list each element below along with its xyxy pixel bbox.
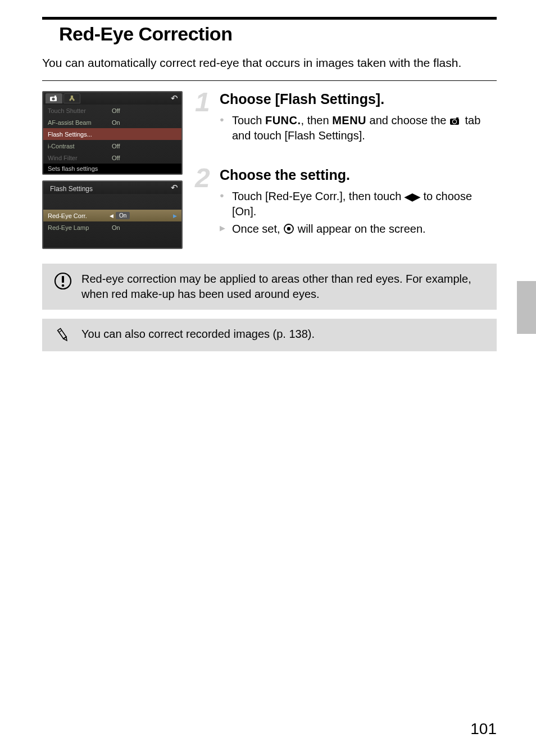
step-1: 1 Choose [Flash Settings]. Touch FUNC., … — [195, 91, 497, 143]
menu-row: Touch ShutterOff — [43, 105, 181, 116]
step-number: 2 — [195, 162, 210, 193]
page-title: Red-Eye Correction — [42, 23, 497, 45]
step-title: Choose the setting. — [220, 167, 497, 183]
note-text: Red-eye correction may be applied to are… — [81, 271, 488, 302]
menu-row: i-ContrastOff — [43, 140, 181, 152]
step-bullet: Touch FUNC., then MENU and choose the ta… — [220, 113, 497, 143]
menu-row: AF-assist BeamOn — [43, 116, 181, 128]
tools-tab-icon — [63, 93, 80, 103]
steps: 1 Choose [Flash Settings]. Touch FUNC., … — [195, 91, 497, 255]
tip-note: You can also correct recorded images (p.… — [42, 319, 497, 351]
step-result: Once set, will appear on the screen. — [220, 221, 497, 237]
svg-point-10 — [62, 284, 65, 287]
back-icon: ↶ — [171, 93, 178, 103]
divider — [42, 80, 497, 81]
svg-rect-5 — [456, 117, 458, 119]
section-header: Red-Eye Correction — [42, 17, 497, 45]
camera-menu-screenshot-2: Flash Settings ↶ Red-Eye Corr. ◀ On ▶ Re… — [42, 180, 183, 249]
note-text: You can also correct recorded images (p.… — [81, 327, 488, 342]
svg-point-1 — [52, 97, 54, 100]
status-bar: Sets flash settings — [43, 164, 181, 174]
back-icon: ↶ — [171, 183, 178, 193]
step-number: 1 — [195, 87, 210, 117]
thumb-tab — [517, 281, 536, 334]
svg-line-13 — [59, 331, 62, 332]
pencil-icon — [53, 327, 72, 343]
menu-row-selected: Red-Eye Corr. ◀ On ▶ — [43, 210, 181, 221]
warning-note: Red-eye correction may be applied to are… — [42, 264, 497, 310]
menu-row-selected: Flash Settings... — [43, 128, 181, 140]
page-number: 101 — [470, 720, 497, 738]
menu-row: Red-Eye Lamp On — [43, 221, 181, 233]
menu-row: Wind FilterOff — [43, 152, 181, 164]
svg-point-4 — [452, 120, 456, 124]
camera-menu-screenshot-1: ↶ Touch ShutterOff AF-assist BeamOn Flas… — [42, 91, 183, 175]
svg-rect-2 — [54, 96, 56, 97]
warning-icon — [53, 271, 72, 291]
right-arrow-icon: ▶ — [173, 213, 177, 219]
left-arrow-icon: ◀ — [110, 213, 113, 219]
intro-text: You can automatically correct red-eye th… — [42, 55, 497, 70]
menu-rows: Touch ShutterOff AF-assist BeamOn Flash … — [43, 105, 181, 164]
camera-tab-icon — [46, 93, 62, 103]
svg-point-7 — [287, 227, 290, 230]
step-2: 2 Choose the setting. Touch [Red-Eye Cor… — [195, 167, 497, 237]
svg-rect-9 — [62, 276, 64, 283]
step-title: Choose [Flash Settings]. — [220, 91, 497, 107]
submenu-title: Flash Settings — [46, 182, 97, 194]
step-bullet: Touch [Red-Eye Corr.], then touch ◀▶ to … — [220, 189, 497, 219]
svg-marker-12 — [63, 337, 68, 341]
